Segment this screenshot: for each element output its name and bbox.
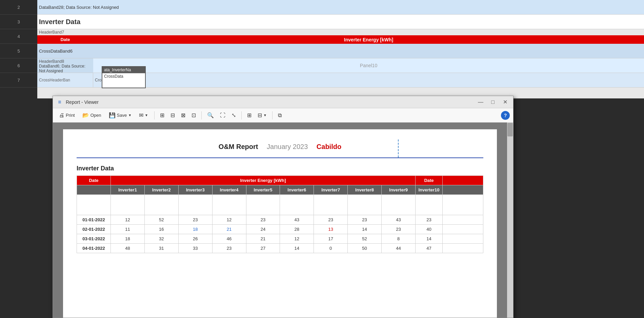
help-button[interactable]: ?: [501, 111, 510, 120]
val-1-10: 23: [416, 215, 443, 225]
pages-icon: ⊞: [247, 112, 251, 118]
editor-headerband7-label: HeaderBand7: [37, 29, 644, 35]
val-4-extra: [443, 244, 483, 253]
col-sub-inv3: Inverter3: [178, 185, 212, 195]
val-4-3: 33: [178, 244, 212, 253]
val-4-2: 31: [144, 244, 178, 253]
toolbar-separator-2: [201, 111, 202, 119]
scrollbar-thumb[interactable]: [507, 123, 513, 136]
col-sub-inv2: Inverter2: [144, 185, 178, 195]
open-button[interactable]: 📂 Open: [80, 111, 104, 120]
tb-icon-btn-1[interactable]: ⊞: [158, 111, 166, 120]
col-sub-inv10: Inverter10: [416, 185, 443, 195]
scrollbar-track[interactable]: [507, 123, 513, 318]
table-row-03012022: 03-01-2022 18 32 26 46 21 12 17 52 8 14: [77, 234, 483, 244]
val-2-5: 24: [246, 225, 280, 234]
grid-button[interactable]: ⊟ ▼: [256, 111, 269, 120]
table-row-04012022: 04-01-2022 48 31 33 23 27 14 0 50 44 47: [77, 244, 483, 253]
val-4-1: 48: [111, 244, 145, 253]
val-1-5: 23: [246, 215, 280, 225]
report-header: O&M Report January 2023 Cabildo: [77, 139, 483, 158]
toolbar-separator-3: [241, 111, 242, 119]
val-3-4: 46: [212, 234, 246, 244]
val-1-extra: [443, 215, 483, 225]
val-4-8: 50: [348, 244, 382, 253]
search-icon: 🔍: [207, 112, 214, 118]
val-3-9: 8: [382, 234, 416, 244]
row-num-2: 2: [0, 0, 37, 15]
row-num-6: 6: [0, 58, 37, 73]
val-2-1: 11: [111, 225, 145, 234]
search-button[interactable]: 🔍: [205, 111, 216, 120]
tb-icon-btn-2[interactable]: ⊟: [168, 111, 177, 120]
val-4-4: 23: [212, 244, 246, 253]
col-sub-inv6: Inverter6: [280, 185, 314, 195]
print-label: Print: [66, 113, 75, 118]
toolbar-separator-4: [272, 111, 273, 119]
row-num-3: 3: [0, 15, 37, 29]
save-dropdown-icon: ▼: [128, 113, 132, 117]
val-2-9: 23: [382, 225, 416, 234]
report-page: O&M Report January 2023 Cabildo Inverter…: [63, 129, 497, 318]
save-label: Save: [117, 113, 127, 118]
save-button[interactable]: 💾 Save ▼: [106, 111, 135, 120]
val-2-10: 40: [416, 225, 443, 234]
col-sub-inv1: Inverter1: [111, 185, 145, 195]
col-sub-inv9: Inverter9: [382, 185, 416, 195]
print-icon: 🖨: [59, 112, 64, 118]
val-1-9: 43: [382, 215, 416, 225]
extra-button[interactable]: ⧉: [276, 111, 284, 120]
open-label: Open: [90, 113, 101, 118]
val-1-4: 12: [212, 215, 246, 225]
popup-row1: ata_InverterNa: [102, 67, 145, 73]
fit-icon: ⤡: [232, 112, 236, 118]
fit-button[interactable]: ⤡: [229, 111, 238, 120]
val-3-6: 12: [280, 234, 314, 244]
mail-icon: ✉: [139, 112, 143, 118]
section-title: Inverter Data: [77, 165, 483, 172]
empty-data-row: [77, 195, 483, 215]
popup-box: ata_InverterNa CrossData: [102, 66, 146, 88]
val-2-7: 13: [314, 225, 348, 234]
close-button[interactable]: ✕: [500, 98, 510, 106]
tb-icon-1: ⊞: [160, 112, 164, 118]
col-sub-extra: [443, 185, 483, 195]
date-cell-1: 01-01-2022: [77, 215, 111, 225]
print-button[interactable]: 🖨 Print: [56, 111, 78, 120]
minimize-button[interactable]: —: [476, 98, 485, 106]
mail-button[interactable]: ✉ ▼: [136, 111, 151, 120]
col-sub-inv7: Inverter7: [314, 185, 348, 195]
tb-icon-btn-3[interactable]: ⊠: [179, 111, 187, 120]
val-4-10: 47: [416, 244, 443, 253]
val-4-5: 27: [246, 244, 280, 253]
val-3-8: 52: [348, 234, 382, 244]
save-icon: 💾: [109, 112, 116, 118]
val-3-5: 21: [246, 234, 280, 244]
grid-dropdown-icon: ▼: [263, 113, 267, 117]
editor-row4-inner: Date Inverter Energy [kWh]: [37, 35, 644, 44]
zoom-button[interactable]: ⛶: [218, 111, 227, 120]
report-title: O&M Report: [219, 143, 258, 150]
col-sub-inv4: Inverter4: [212, 185, 246, 195]
maximize-button[interactable]: □: [488, 98, 498, 106]
editor-row4-container: HeaderBand7 Date Inverter Energy [kWh]: [37, 29, 644, 44]
tb-icon-btn-4[interactable]: ⊡: [189, 111, 198, 120]
pages-button[interactable]: ⊞: [245, 111, 254, 120]
row-numbers: 2 3 4 5 6 7: [0, 0, 37, 98]
val-2-4: 21: [212, 225, 246, 234]
val-2-8: 14: [348, 225, 382, 234]
inverter-data-table: Date Inverter Energy [kWh] Date: [77, 175, 483, 253]
report-scroll[interactable]: O&M Report January 2023 Cabildo Inverter…: [53, 123, 507, 318]
date-cell-3: 03-01-2022: [77, 234, 111, 244]
val-1-7: 23: [314, 215, 348, 225]
editor-energy-header: Inverter Energy [kWh]: [93, 35, 644, 44]
col-sub-inv8: Inverter8: [348, 185, 382, 195]
val-4-7: 0: [314, 244, 348, 253]
folder-icon: 📂: [82, 112, 89, 118]
toolbar-separator-1: [154, 111, 155, 119]
window-controls[interactable]: — □ ✕: [476, 98, 510, 106]
editor-content: DataBand28; Data Source: Not Assigned In…: [37, 0, 644, 98]
window-titlebar: ≡ Report - Viewer — □ ✕: [53, 96, 513, 108]
report-header-text: O&M Report January 2023 Cabildo: [219, 143, 341, 151]
editor-band-databand28: DataBand28; Data Source: Not Assigned: [37, 0, 644, 15]
